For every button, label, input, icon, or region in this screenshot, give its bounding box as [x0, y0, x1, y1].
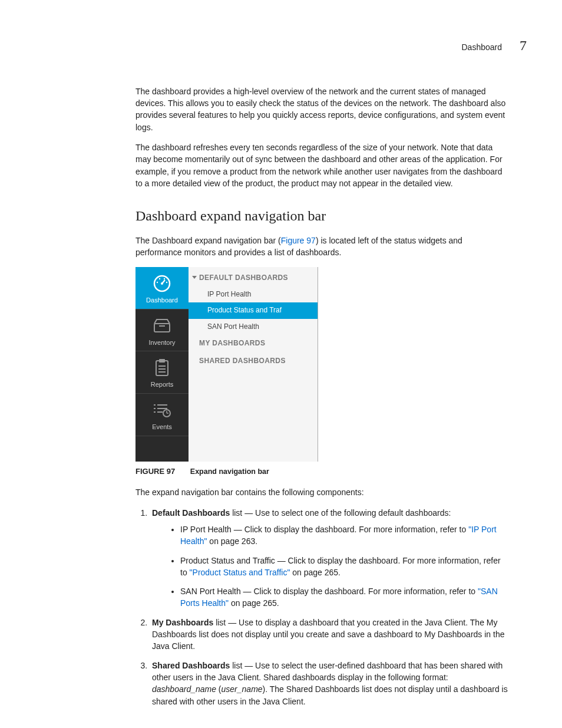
panel-item-ip-port-health[interactable]: IP Port Health [189, 286, 318, 302]
nav-label-inventory: Inventory [148, 338, 175, 348]
nav-item-inventory[interactable]: Inventory [135, 309, 189, 352]
svg-rect-10 [159, 359, 165, 363]
item2-lead: My Dashboards [152, 618, 213, 627]
item3-paren: ( [216, 684, 222, 694]
nav-item-reports[interactable]: Reports [135, 351, 189, 394]
svg-rect-7 [154, 324, 170, 332]
figure-ref-link[interactable]: Figure 97 [281, 236, 316, 245]
nav-rail: Dashboard Inventory [135, 267, 189, 462]
dashboard-panel: DEFAULT DASHBOARDS IP Port Health Produc… [189, 267, 318, 462]
svg-point-1 [157, 281, 158, 282]
svg-point-2 [159, 278, 160, 279]
svg-rect-9 [156, 361, 168, 375]
figure-97: Dashboard Inventory [135, 267, 509, 477]
page-content: The dashboard provides a high-level over… [135, 85, 509, 707]
header-chapter-number: 7 [520, 35, 527, 56]
page-header: Dashboard 7 [35, 35, 527, 56]
bullet-san-port-health: SAN Port Health — Click to display the d… [180, 585, 509, 610]
panel-item-product-status[interactable]: Product Status and Traf [189, 302, 318, 318]
nav-label-events: Events [152, 423, 172, 432]
item1-lead: Default Dashboards [152, 508, 230, 518]
section-paragraph-1: The Dashboard expand navigation bar (Fig… [135, 235, 509, 259]
item3-format1: dashboard_name [152, 684, 216, 694]
bullet-ip-port-health: IP Port Health — Click to display the da… [180, 523, 509, 548]
intro-paragraph-2: The dashboard refreshes every ten second… [135, 141, 509, 189]
list-item-default-dashboards: Default Dashboards list — Use to select … [150, 507, 509, 610]
figure-image: Dashboard Inventory [135, 267, 318, 462]
components-list: Default Dashboards list — Use to select … [135, 507, 509, 707]
section-p1-a: The Dashboard expand navigation bar ( [135, 236, 281, 245]
item1-rest: list — Use to select one of the followin… [230, 508, 451, 518]
item3-lead: Shared Dashboards [152, 661, 230, 670]
header-section-label: Dashboard [462, 41, 503, 53]
bullet-product-status: Product Status and Traffic — Click to di… [180, 555, 509, 579]
b1-post: on page 263. [207, 536, 257, 546]
b1-pre: IP Port Health — Click to display the da… [180, 525, 468, 534]
link-product-status[interactable]: "Product Status and Traffic" [190, 568, 290, 577]
default-dashboards-header[interactable]: DEFAULT DASHBOARDS [189, 269, 318, 286]
shared-dashboards-header[interactable]: SHARED DASHBOARDS [189, 353, 318, 370]
clipboard-icon [154, 357, 170, 378]
components-intro: The expand navigation bar contains the f… [135, 486, 509, 498]
item1-sublist: IP Port Health — Click to display the da… [152, 523, 509, 610]
b2-post: on page 265. [290, 568, 340, 577]
figure-caption-label: FIGURE 97 [135, 467, 175, 476]
panel-item-san-port-health[interactable]: SAN Port Health [189, 319, 318, 335]
nav-item-events[interactable]: Events [135, 394, 189, 436]
list-clock-icon [152, 400, 172, 421]
list-item-shared-dashboards: Shared Dashboards list — Use to select t… [150, 660, 509, 707]
section-heading: Dashboard expand navigation bar [135, 206, 509, 226]
drawer-icon [153, 315, 171, 337]
nav-label-dashboard: Dashboard [146, 296, 178, 305]
figure-caption: FIGURE 97 Expand navigation bar [135, 466, 509, 477]
svg-point-4 [166, 281, 167, 282]
my-dashboards-header[interactable]: MY DASHBOARDS [189, 335, 318, 352]
nav-item-dashboard[interactable]: Dashboard [135, 267, 189, 309]
svg-point-3 [164, 278, 165, 279]
figure-caption-text: Expand navigation bar [190, 467, 269, 476]
b3-pre: SAN Port Health — Click to display the d… [180, 587, 478, 596]
list-item-my-dashboards: My Dashboards list — Use to display a da… [150, 617, 509, 653]
b3-post: on page 265. [229, 598, 279, 608]
item3-format2: user_name [222, 684, 263, 694]
intro-paragraph-1: The dashboard provides a high-level over… [135, 85, 509, 133]
svg-point-6 [161, 282, 163, 285]
nav-label-reports: Reports [151, 380, 174, 390]
gauge-icon [152, 273, 172, 294]
